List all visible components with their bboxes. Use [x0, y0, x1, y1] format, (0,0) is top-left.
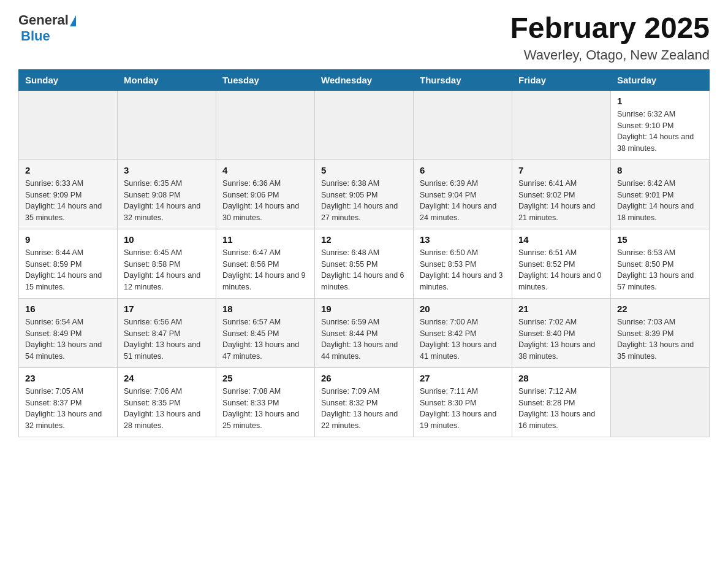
- day-info: Sunrise: 6:50 AM Sunset: 8:53 PM Dayligh…: [420, 247, 506, 293]
- day-number: 3: [124, 165, 210, 175]
- logo-general-text: General: [18, 12, 69, 28]
- day-number: 26: [321, 373, 407, 383]
- day-number: 12: [321, 234, 407, 245]
- calendar-cell: 21Sunrise: 7:02 AM Sunset: 8:40 PM Dayli…: [512, 298, 611, 367]
- day-info: Sunrise: 7:11 AM Sunset: 8:30 PM Dayligh…: [420, 386, 506, 432]
- calendar-cell: [118, 90, 216, 159]
- calendar-table: SundayMondayTuesdayWednesdayThursdayFrid…: [18, 69, 710, 437]
- weekday-header-tuesday: Tuesday: [216, 69, 315, 90]
- day-number: 2: [25, 165, 111, 175]
- day-number: 28: [518, 373, 604, 383]
- day-info: Sunrise: 6:35 AM Sunset: 9:08 PM Dayligh…: [124, 178, 210, 224]
- calendar-cell: 27Sunrise: 7:11 AM Sunset: 8:30 PM Dayli…: [414, 367, 512, 437]
- page-header: General Blue February 2025 Waverley, Ota…: [18, 12, 710, 63]
- calendar-cell: 15Sunrise: 6:53 AM Sunset: 8:50 PM Dayli…: [611, 229, 710, 298]
- day-info: Sunrise: 6:56 AM Sunset: 8:47 PM Dayligh…: [124, 316, 210, 362]
- day-info: Sunrise: 6:54 AM Sunset: 8:49 PM Dayligh…: [25, 316, 111, 362]
- weekday-header-monday: Monday: [118, 69, 216, 90]
- calendar-week-row: 1Sunrise: 6:32 AM Sunset: 9:10 PM Daylig…: [19, 90, 710, 159]
- calendar-cell: 1Sunrise: 6:32 AM Sunset: 9:10 PM Daylig…: [611, 90, 710, 159]
- weekday-header-thursday: Thursday: [414, 69, 512, 90]
- day-info: Sunrise: 6:36 AM Sunset: 9:06 PM Dayligh…: [222, 178, 308, 224]
- weekday-header-sunday: Sunday: [19, 69, 118, 90]
- weekday-header-row: SundayMondayTuesdayWednesdayThursdayFrid…: [19, 69, 710, 90]
- weekday-header-friday: Friday: [512, 69, 611, 90]
- day-info: Sunrise: 7:08 AM Sunset: 8:33 PM Dayligh…: [222, 386, 308, 432]
- location-subtitle: Waverley, Otago, New Zealand: [510, 47, 710, 63]
- calendar-cell: 9Sunrise: 6:44 AM Sunset: 8:59 PM Daylig…: [19, 229, 118, 298]
- calendar-week-row: 9Sunrise: 6:44 AM Sunset: 8:59 PM Daylig…: [19, 229, 710, 298]
- calendar-cell: 11Sunrise: 6:47 AM Sunset: 8:56 PM Dayli…: [216, 229, 315, 298]
- day-number: 25: [222, 373, 308, 383]
- calendar-cell: 4Sunrise: 6:36 AM Sunset: 9:06 PM Daylig…: [216, 159, 315, 229]
- day-info: Sunrise: 6:44 AM Sunset: 8:59 PM Dayligh…: [25, 247, 111, 293]
- calendar-cell: 3Sunrise: 6:35 AM Sunset: 9:08 PM Daylig…: [118, 159, 216, 229]
- calendar-cell: [414, 90, 512, 159]
- day-number: 5: [321, 165, 407, 175]
- day-number: 14: [518, 234, 604, 245]
- day-number: 1: [617, 96, 703, 106]
- weekday-header-wednesday: Wednesday: [315, 69, 414, 90]
- day-number: 17: [124, 304, 210, 314]
- day-info: Sunrise: 6:45 AM Sunset: 8:58 PM Dayligh…: [124, 247, 210, 293]
- calendar-cell: 18Sunrise: 6:57 AM Sunset: 8:45 PM Dayli…: [216, 298, 315, 367]
- day-info: Sunrise: 7:06 AM Sunset: 8:35 PM Dayligh…: [124, 386, 210, 432]
- calendar-cell: 10Sunrise: 6:45 AM Sunset: 8:58 PM Dayli…: [118, 229, 216, 298]
- day-number: 23: [25, 373, 111, 383]
- day-number: 18: [222, 304, 308, 314]
- calendar-cell: 8Sunrise: 6:42 AM Sunset: 9:01 PM Daylig…: [611, 159, 710, 229]
- month-title: February 2025: [510, 12, 710, 45]
- day-number: 27: [420, 373, 506, 383]
- calendar-cell: 26Sunrise: 7:09 AM Sunset: 8:32 PM Dayli…: [315, 367, 414, 437]
- calendar-cell: [19, 90, 118, 159]
- day-number: 24: [124, 373, 210, 383]
- calendar-cell: 20Sunrise: 7:00 AM Sunset: 8:42 PM Dayli…: [414, 298, 512, 367]
- day-number: 20: [420, 304, 506, 314]
- day-number: 21: [518, 304, 604, 314]
- day-info: Sunrise: 6:32 AM Sunset: 9:10 PM Dayligh…: [617, 109, 703, 155]
- weekday-header-saturday: Saturday: [611, 69, 710, 90]
- day-number: 15: [617, 234, 703, 245]
- day-info: Sunrise: 7:00 AM Sunset: 8:42 PM Dayligh…: [420, 316, 506, 362]
- logo-triangle-icon: [70, 15, 76, 26]
- day-info: Sunrise: 7:03 AM Sunset: 8:39 PM Dayligh…: [617, 316, 703, 362]
- day-info: Sunrise: 6:41 AM Sunset: 9:02 PM Dayligh…: [518, 178, 604, 224]
- day-number: 11: [222, 234, 308, 245]
- calendar-cell: 24Sunrise: 7:06 AM Sunset: 8:35 PM Dayli…: [118, 367, 216, 437]
- day-info: Sunrise: 6:33 AM Sunset: 9:09 PM Dayligh…: [25, 178, 111, 224]
- day-info: Sunrise: 6:39 AM Sunset: 9:04 PM Dayligh…: [420, 178, 506, 224]
- calendar-cell: 22Sunrise: 7:03 AM Sunset: 8:39 PM Dayli…: [611, 298, 710, 367]
- day-info: Sunrise: 7:05 AM Sunset: 8:37 PM Dayligh…: [25, 386, 111, 432]
- day-info: Sunrise: 6:42 AM Sunset: 9:01 PM Dayligh…: [617, 178, 703, 224]
- calendar-cell: 6Sunrise: 6:39 AM Sunset: 9:04 PM Daylig…: [414, 159, 512, 229]
- day-info: Sunrise: 7:02 AM Sunset: 8:40 PM Dayligh…: [518, 316, 604, 362]
- calendar-cell: 23Sunrise: 7:05 AM Sunset: 8:37 PM Dayli…: [19, 367, 118, 437]
- day-info: Sunrise: 6:38 AM Sunset: 9:05 PM Dayligh…: [321, 178, 407, 224]
- day-info: Sunrise: 7:09 AM Sunset: 8:32 PM Dayligh…: [321, 386, 407, 432]
- day-number: 4: [222, 165, 308, 175]
- calendar-week-row: 16Sunrise: 6:54 AM Sunset: 8:49 PM Dayli…: [19, 298, 710, 367]
- calendar-cell: 28Sunrise: 7:12 AM Sunset: 8:28 PM Dayli…: [512, 367, 611, 437]
- day-info: Sunrise: 7:12 AM Sunset: 8:28 PM Dayligh…: [518, 386, 604, 432]
- logo-blue-text: Blue: [21, 28, 50, 44]
- calendar-cell: [512, 90, 611, 159]
- calendar-cell: 16Sunrise: 6:54 AM Sunset: 8:49 PM Dayli…: [19, 298, 118, 367]
- day-info: Sunrise: 6:51 AM Sunset: 8:52 PM Dayligh…: [518, 247, 604, 293]
- logo: General Blue: [18, 12, 76, 44]
- calendar-cell: [315, 90, 414, 159]
- title-section: February 2025 Waverley, Otago, New Zeala…: [510, 12, 710, 63]
- calendar-cell: 14Sunrise: 6:51 AM Sunset: 8:52 PM Dayli…: [512, 229, 611, 298]
- day-number: 8: [617, 165, 703, 175]
- day-number: 6: [420, 165, 506, 175]
- calendar-week-row: 2Sunrise: 6:33 AM Sunset: 9:09 PM Daylig…: [19, 159, 710, 229]
- calendar-cell: 17Sunrise: 6:56 AM Sunset: 8:47 PM Dayli…: [118, 298, 216, 367]
- calendar-cell: 12Sunrise: 6:48 AM Sunset: 8:55 PM Dayli…: [315, 229, 414, 298]
- day-info: Sunrise: 6:53 AM Sunset: 8:50 PM Dayligh…: [617, 247, 703, 293]
- day-info: Sunrise: 6:48 AM Sunset: 8:55 PM Dayligh…: [321, 247, 407, 293]
- calendar-week-row: 23Sunrise: 7:05 AM Sunset: 8:37 PM Dayli…: [19, 367, 710, 437]
- calendar-cell: 25Sunrise: 7:08 AM Sunset: 8:33 PM Dayli…: [216, 367, 315, 437]
- day-number: 19: [321, 304, 407, 314]
- calendar-cell: 7Sunrise: 6:41 AM Sunset: 9:02 PM Daylig…: [512, 159, 611, 229]
- calendar-cell: [611, 367, 710, 437]
- day-info: Sunrise: 6:57 AM Sunset: 8:45 PM Dayligh…: [222, 316, 308, 362]
